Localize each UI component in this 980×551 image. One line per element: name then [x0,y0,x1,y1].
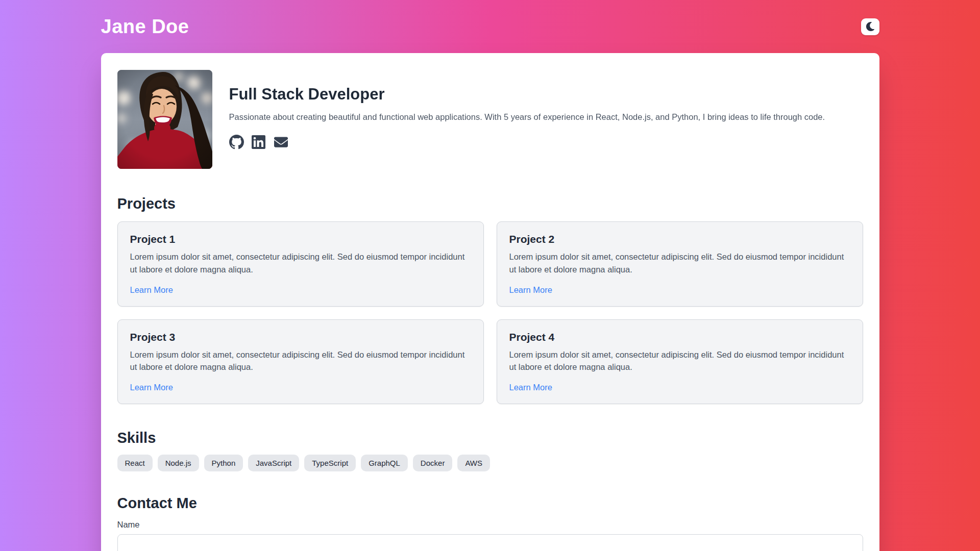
page-container: Jane Doe [101,0,879,551]
skills-section: Skills React Node.js Python JavaScript T… [117,430,863,471]
email-link[interactable] [273,135,289,149]
project-card: Project 1 Lorem ipsum dolor sit amet, co… [117,221,484,307]
project-description: Lorem ipsum dolor sit amet, consectetur … [130,348,467,374]
learn-more-link[interactable]: Learn More [130,383,173,392]
project-description: Lorem ipsum dolor sit amet, consectetur … [509,251,846,276]
contact-section: Contact Me Name [117,495,863,551]
project-description: Lorem ipsum dolor sit amet, consectetur … [130,251,467,276]
skill-badge: TypeScript [304,455,356,471]
contact-heading: Contact Me [117,495,863,512]
skill-badge: AWS [457,455,490,471]
github-icon [229,135,244,149]
project-title: Project 2 [509,233,850,245]
social-links [229,135,863,149]
project-description: Lorem ipsum dolor sit amet, consectetur … [509,348,846,374]
name-input[interactable] [117,534,863,551]
skill-badge: GraphQL [361,455,408,471]
skills-heading: Skills [117,430,863,446]
projects-section: Projects Project 1 Lorem ipsum dolor sit… [117,195,863,404]
profile-photo [117,70,212,169]
profile-bio: Passionate about creating beautiful and … [229,111,849,124]
site-title: Jane Doe [101,16,189,38]
main-card: Full Stack Developer Passionate about cr… [101,53,879,551]
project-title: Project 3 [130,331,471,343]
name-field-label: Name [117,520,863,530]
project-card: Project 3 Lorem ipsum dolor sit amet, co… [117,319,484,405]
profile-title: Full Stack Developer [229,85,863,104]
skill-badge: JavaScript [248,455,299,471]
profile-info: Full Stack Developer Passionate about cr… [229,70,863,169]
project-title: Project 4 [509,331,850,343]
project-card: Project 4 Lorem ipsum dolor sit amet, co… [497,319,863,405]
learn-more-link[interactable]: Learn More [130,285,173,294]
github-link[interactable] [229,135,244,149]
theme-toggle-button[interactable] [861,18,879,35]
learn-more-link[interactable]: Learn More [509,383,552,392]
skill-badge: Python [204,455,243,471]
profile-photo-illustration [117,70,212,169]
skill-badge: React [117,455,153,471]
moon-icon [866,22,875,31]
project-title: Project 1 [130,233,471,245]
mail-icon [273,135,289,149]
project-card: Project 2 Lorem ipsum dolor sit amet, co… [497,221,863,307]
header: Jane Doe [101,0,879,53]
linkedin-link[interactable] [252,135,265,149]
projects-grid: Project 1 Lorem ipsum dolor sit amet, co… [117,221,863,404]
skills-list: React Node.js Python JavaScript TypeScri… [117,455,863,471]
profile-section: Full Stack Developer Passionate about cr… [117,70,863,169]
learn-more-link[interactable]: Learn More [509,285,552,294]
skill-badge: Docker [413,455,453,471]
linkedin-icon [252,135,265,149]
skill-badge: Node.js [158,455,199,471]
projects-heading: Projects [117,195,863,212]
